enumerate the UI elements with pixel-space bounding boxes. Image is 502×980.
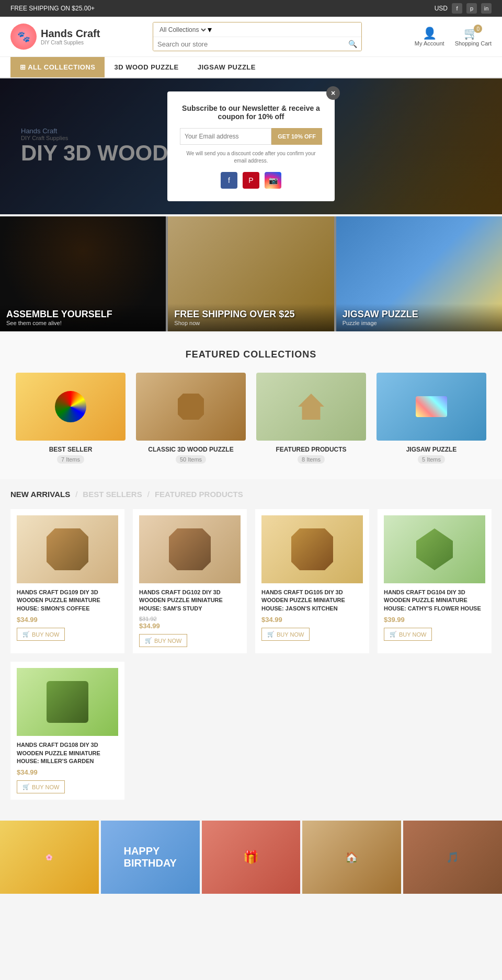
product-thumb-1	[169, 528, 211, 570]
banner-item-1[interactable]: HappyBirthday	[101, 821, 200, 894]
search-icon: 🔍	[348, 40, 357, 48]
card-assemble-inner: ASSEMBLE YOURSELF See them come alive!	[0, 216, 166, 331]
card-jigsaw-inner: JIGSAW PUZZLE Puzzle image	[336, 216, 502, 331]
tab-featured-products[interactable]: FEATURED PRODUCTS	[155, 490, 243, 499]
my-account-button[interactable]: 👤 My Account	[415, 27, 444, 47]
featured-products-name: FEATURED PRODUCTS	[256, 446, 366, 453]
modal-email-row: GET 10% OFF	[180, 128, 322, 145]
modal-submit-button[interactable]: GET 10% OFF	[271, 128, 322, 145]
product-image-1	[139, 515, 241, 583]
modal-close-button[interactable]: ×	[326, 86, 340, 100]
cart-mini-icon-3: 🛒	[390, 631, 397, 638]
grid-icon: ⊞	[20, 63, 28, 71]
arrivals-section: NEW ARRIVALS / BEST SELLERS / FEATURED P…	[0, 479, 502, 810]
product-image-3	[384, 515, 485, 583]
search-input-row: 🔍	[153, 37, 361, 51]
featured-card-jigsaw[interactable]: JIGSAW PUZZLE 5 Items	[376, 373, 486, 464]
buy-now-button-4[interactable]: 🛒 BUY NOW	[17, 780, 65, 793]
jigsaw-image	[376, 373, 486, 441]
navigation: ⊞ ALL COLLECTIONS 3D WOOD PUZZLE JIGSAW …	[0, 57, 502, 78]
cart-mini-icon-0: 🛒	[22, 631, 30, 638]
products-row2: HANDS CRAFT DG108 DIY 3D WOODEN PUZZLE M…	[10, 662, 492, 800]
buy-now-button-0[interactable]: 🛒 BUY NOW	[17, 628, 65, 641]
collection-select[interactable]: All Collections	[157, 26, 208, 34]
card-jigsaw-overlay: JIGSAW PUZZLE Puzzle image	[336, 304, 502, 331]
3dwood-image	[136, 373, 246, 441]
nav-jigsaw-puzzle[interactable]: JIGSAW PUZZLE	[188, 57, 265, 77]
collection-card-jigsaw[interactable]: JIGSAW PUZZLE Puzzle image	[336, 216, 502, 331]
social-ig-icon[interactable]: in	[481, 3, 492, 14]
product-card-2[interactable]: HANDS CRAFT DG105 DIY 3D WOODEN PUZZLE M…	[255, 509, 369, 653]
shipping-label: FREE SHIPPING ON $25.00+	[10, 5, 95, 12]
product-image-4	[17, 668, 118, 736]
product-old-price-1: $31.92	[139, 616, 241, 622]
card-assemble-overlay: ASSEMBLE YOURSELF See them come alive!	[0, 304, 166, 331]
product-price-3: $39.99	[384, 616, 485, 624]
product-card-4[interactable]: HANDS CRAFT DG108 DIY 3D WOODEN PUZZLE M…	[10, 662, 124, 800]
product-name-0: HANDS CRAFT DG109 DIY 3D WOODEN PUZZLE M…	[17, 589, 118, 613]
logo-icon: 🐾	[10, 24, 37, 50]
jigsaw-name: JIGSAW PUZZLE	[376, 446, 486, 453]
logo-text: Hands Craft DIY Craft Supplies	[41, 27, 100, 46]
buy-now-button-2[interactable]: 🛒 BUY NOW	[261, 628, 310, 641]
featured-card-products[interactable]: FEATURED PRODUCTS 8 Items	[256, 373, 366, 464]
cart-mini-icon-1: 🛒	[145, 637, 152, 644]
product-name-1: HANDS CRAFT DG102 DIY 3D WOODEN PUZZLE M…	[139, 589, 241, 613]
nav-3d-wood-puzzle[interactable]: 3D WOOD PUZZLE	[105, 57, 188, 77]
tab-separator-2: /	[147, 490, 150, 499]
search-collection-row: All Collections ▾	[153, 22, 361, 37]
buy-now-button-1[interactable]: 🛒 BUY NOW	[139, 634, 187, 647]
product-card-3[interactable]: HANDS CRAFT DG104 DIY 3D WOODEN PUZZLE M…	[378, 509, 492, 653]
collection-cards: ASSEMBLE YOURSELF See them come alive! F…	[0, 216, 502, 331]
modal-pinterest-button[interactable]: P	[243, 172, 259, 189]
product-thumb-3	[416, 528, 453, 570]
modal-overlay[interactable]: × Subscribe to our Newsletter & receive …	[0, 78, 502, 214]
social-pin-icon[interactable]: p	[466, 3, 477, 14]
featured-card-bestseller[interactable]: BEST SELLER 7 Items	[16, 373, 126, 464]
nav-all-collections[interactable]: ⊞ ALL COLLECTIONS	[10, 57, 105, 77]
tab-best-sellers[interactable]: BEST SELLERS	[83, 490, 142, 499]
card-shipping-inner: FREE SHIPPING OVER $25 Shop now	[168, 216, 334, 331]
hero-section: Hands Craft DIY Craft Supplies DIY 3D WO…	[0, 78, 502, 214]
bestseller-decoration	[55, 391, 86, 422]
product-name-2: HANDS CRAFT DG105 DIY 3D WOODEN PUZZLE M…	[261, 589, 363, 613]
shopping-cart-button[interactable]: 🛒0 Shopping Cart	[455, 27, 492, 47]
product-thumb-4	[47, 681, 88, 723]
featured-card-3dwood[interactable]: CLASSIC 3D WOOD PUZZLE 50 Items	[136, 373, 246, 464]
featured-products-count: 8 Items	[298, 455, 325, 464]
banner-item-0[interactable]: 🌸	[0, 821, 99, 894]
collection-card-shipping[interactable]: FREE SHIPPING OVER $25 Shop now	[168, 216, 334, 331]
collection-card-assemble[interactable]: ASSEMBLE YOURSELF See them come alive!	[0, 216, 166, 331]
buy-now-button-3[interactable]: 🛒 BUY NOW	[384, 628, 432, 641]
modal-instagram-button[interactable]: 📷	[265, 172, 281, 189]
banner-item-2[interactable]: 🎁	[202, 821, 301, 894]
banner-item-3[interactable]: 🏠	[302, 821, 401, 894]
banner-item-4[interactable]: 🎵	[403, 821, 502, 894]
brand-name: Hands Craft	[41, 27, 100, 40]
logo-area[interactable]: 🐾 Hands Craft DIY Craft Supplies	[10, 24, 100, 50]
card-assemble-sub: See them come alive!	[6, 320, 159, 326]
product-price-1: $34.99	[139, 622, 241, 630]
3dwood-name: CLASSIC 3D WOOD PUZZLE	[136, 446, 246, 453]
modal-email-input[interactable]	[180, 128, 271, 145]
account-label: My Account	[415, 40, 444, 47]
currency-selector[interactable]: USD	[435, 5, 448, 12]
cart-mini-icon-4: 🛒	[22, 783, 30, 790]
product-image-2	[261, 515, 363, 583]
product-card-1[interactable]: HANDS CRAFT DG102 DIY 3D WOODEN PUZZLE M…	[133, 509, 247, 653]
product-card-0[interactable]: HANDS CRAFT DG109 DIY 3D WOODEN PUZZLE M…	[10, 509, 124, 653]
top-bar-right: USD f p in	[435, 3, 492, 14]
product-thumb-0	[47, 528, 88, 570]
header: 🐾 Hands Craft DIY Craft Supplies All Col…	[0, 17, 502, 57]
card-shipping-sub: Shop now	[174, 320, 327, 326]
products-grid: HANDS CRAFT DG109 DIY 3D WOODEN PUZZLE M…	[10, 509, 492, 653]
tab-separator-1: /	[75, 490, 77, 499]
search-input[interactable]	[157, 40, 348, 48]
bestseller-name: BEST SELLER	[16, 446, 126, 453]
social-fb-icon[interactable]: f	[452, 3, 462, 14]
jigsaw-count: 5 Items	[418, 455, 445, 464]
tab-new-arrivals[interactable]: NEW ARRIVALS	[10, 490, 70, 499]
featured-title: FEATURED COLLECTIONS	[10, 349, 492, 360]
product-price-4: $34.99	[17, 768, 118, 776]
modal-facebook-button[interactable]: f	[221, 172, 237, 189]
